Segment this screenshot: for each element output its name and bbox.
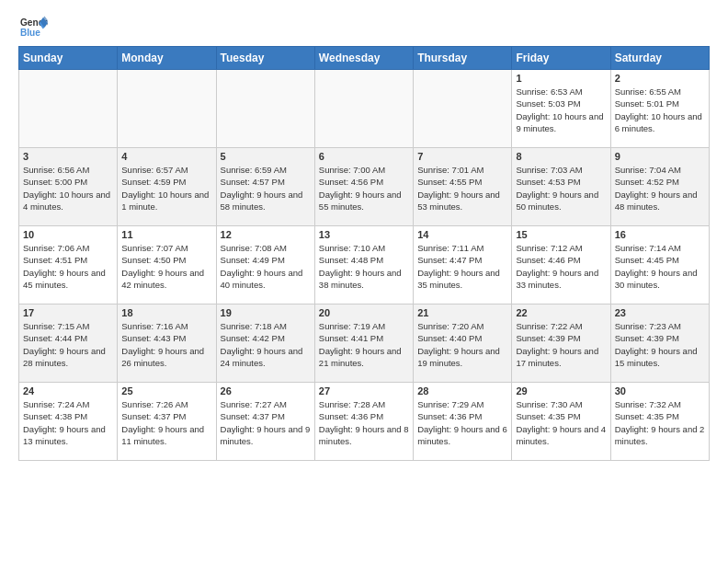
- day-number: 19: [221, 307, 311, 318]
- day-cell: 14Sunrise: 7:11 AM Sunset: 4:47 PM Dayli…: [414, 226, 512, 304]
- day-cell: 7Sunrise: 7:01 AM Sunset: 4:55 PM Daylig…: [414, 148, 512, 226]
- day-number: 25: [121, 385, 211, 396]
- day-number: 28: [417, 385, 507, 396]
- day-cell: 19Sunrise: 7:18 AM Sunset: 4:42 PM Dayli…: [216, 304, 314, 383]
- day-number: 16: [615, 229, 705, 240]
- day-number: 29: [516, 385, 606, 396]
- day-cell: 8Sunrise: 7:03 AM Sunset: 4:53 PM Daylig…: [512, 148, 610, 226]
- day-number: 3: [23, 151, 113, 162]
- day-info: Sunrise: 7:24 AM Sunset: 4:38 PM Dayligh…: [23, 398, 113, 447]
- day-info: Sunrise: 7:07 AM Sunset: 4:50 PM Dayligh…: [121, 242, 211, 291]
- day-cell: 24Sunrise: 7:24 AM Sunset: 4:38 PM Dayli…: [19, 383, 118, 461]
- day-info: Sunrise: 7:11 AM Sunset: 4:47 PM Dayligh…: [417, 242, 507, 291]
- day-info: Sunrise: 7:04 AM Sunset: 4:52 PM Dayligh…: [615, 164, 705, 213]
- week-row-2: 3Sunrise: 6:56 AM Sunset: 5:00 PM Daylig…: [19, 148, 710, 226]
- day-number: 27: [319, 385, 409, 396]
- day-number: 13: [319, 229, 409, 240]
- day-info: Sunrise: 7:30 AM Sunset: 4:35 PM Dayligh…: [516, 398, 606, 447]
- day-number: 5: [221, 151, 311, 162]
- weekday-header-friday: Friday: [512, 47, 610, 70]
- day-number: 4: [121, 151, 211, 162]
- day-cell: 1Sunrise: 6:53 AM Sunset: 5:03 PM Daylig…: [512, 70, 610, 148]
- day-cell: 18Sunrise: 7:16 AM Sunset: 4:43 PM Dayli…: [118, 304, 216, 383]
- day-number: 9: [615, 151, 705, 162]
- day-number: 11: [121, 229, 211, 240]
- day-number: 22: [516, 307, 606, 318]
- day-cell: 15Sunrise: 7:12 AM Sunset: 4:46 PM Dayli…: [512, 226, 610, 304]
- day-cell: 20Sunrise: 7:19 AM Sunset: 4:41 PM Dayli…: [314, 304, 413, 383]
- day-cell: 12Sunrise: 7:08 AM Sunset: 4:49 PM Dayli…: [216, 226, 314, 304]
- day-cell: 5Sunrise: 6:59 AM Sunset: 4:57 PM Daylig…: [216, 148, 314, 226]
- day-info: Sunrise: 7:18 AM Sunset: 4:42 PM Dayligh…: [221, 320, 311, 369]
- day-cell: 28Sunrise: 7:29 AM Sunset: 4:36 PM Dayli…: [414, 383, 512, 461]
- day-info: Sunrise: 7:32 AM Sunset: 4:35 PM Dayligh…: [615, 398, 705, 447]
- day-info: Sunrise: 6:55 AM Sunset: 5:01 PM Dayligh…: [615, 86, 705, 134]
- weekday-header-tuesday: Tuesday: [216, 47, 314, 70]
- day-info: Sunrise: 7:15 AM Sunset: 4:44 PM Dayligh…: [23, 320, 113, 369]
- day-info: Sunrise: 7:23 AM Sunset: 4:39 PM Dayligh…: [615, 320, 705, 369]
- week-row-5: 24Sunrise: 7:24 AM Sunset: 4:38 PM Dayli…: [19, 383, 710, 461]
- day-number: 6: [319, 151, 409, 162]
- day-info: Sunrise: 7:12 AM Sunset: 4:46 PM Dayligh…: [516, 242, 606, 291]
- day-cell: 4Sunrise: 6:57 AM Sunset: 4:59 PM Daylig…: [118, 148, 216, 226]
- day-number: 14: [417, 229, 507, 240]
- week-row-3: 10Sunrise: 7:06 AM Sunset: 4:51 PM Dayli…: [19, 226, 710, 304]
- day-cell: 25Sunrise: 7:26 AM Sunset: 4:37 PM Dayli…: [118, 383, 216, 461]
- day-number: 21: [417, 307, 507, 318]
- day-cell: 16Sunrise: 7:14 AM Sunset: 4:45 PM Dayli…: [610, 226, 709, 304]
- day-cell: [216, 70, 314, 148]
- day-number: 18: [121, 307, 211, 318]
- day-number: 17: [23, 307, 113, 318]
- day-number: 24: [23, 385, 113, 396]
- day-cell: 26Sunrise: 7:27 AM Sunset: 4:37 PM Dayli…: [216, 383, 314, 461]
- day-info: Sunrise: 7:20 AM Sunset: 4:40 PM Dayligh…: [417, 320, 507, 369]
- day-number: 26: [221, 385, 311, 396]
- day-cell: [414, 70, 512, 148]
- day-cell: 6Sunrise: 7:00 AM Sunset: 4:56 PM Daylig…: [314, 148, 413, 226]
- weekday-header-row: SundayMondayTuesdayWednesdayThursdayFrid…: [19, 47, 710, 70]
- day-cell: 9Sunrise: 7:04 AM Sunset: 4:52 PM Daylig…: [610, 148, 709, 226]
- day-number: 2: [615, 73, 705, 84]
- day-number: 12: [221, 229, 311, 240]
- day-info: Sunrise: 6:59 AM Sunset: 4:57 PM Dayligh…: [221, 164, 311, 213]
- day-cell: [314, 70, 413, 148]
- day-cell: 3Sunrise: 6:56 AM Sunset: 5:00 PM Daylig…: [19, 148, 118, 226]
- day-info: Sunrise: 7:29 AM Sunset: 4:36 PM Dayligh…: [417, 398, 507, 447]
- weekday-header-thursday: Thursday: [414, 47, 512, 70]
- day-cell: 13Sunrise: 7:10 AM Sunset: 4:48 PM Dayli…: [314, 226, 413, 304]
- logo: General Blue: [18, 15, 53, 40]
- day-cell: [19, 70, 118, 148]
- day-cell: 17Sunrise: 7:15 AM Sunset: 4:44 PM Dayli…: [19, 304, 118, 383]
- header-row: General Blue: [18, 15, 710, 40]
- weekday-header-sunday: Sunday: [19, 47, 118, 70]
- day-number: 1: [516, 73, 606, 84]
- weekday-header-saturday: Saturday: [610, 47, 709, 70]
- week-row-1: 1Sunrise: 6:53 AM Sunset: 5:03 PM Daylig…: [19, 70, 710, 148]
- day-cell: 22Sunrise: 7:22 AM Sunset: 4:39 PM Dayli…: [512, 304, 610, 383]
- day-info: Sunrise: 7:08 AM Sunset: 4:49 PM Dayligh…: [221, 242, 311, 291]
- day-cell: 21Sunrise: 7:20 AM Sunset: 4:40 PM Dayli…: [414, 304, 512, 383]
- day-cell: [118, 70, 216, 148]
- day-info: Sunrise: 7:19 AM Sunset: 4:41 PM Dayligh…: [319, 320, 409, 369]
- day-number: 8: [516, 151, 606, 162]
- day-info: Sunrise: 7:03 AM Sunset: 4:53 PM Dayligh…: [516, 164, 606, 213]
- svg-text:Blue: Blue: [20, 28, 40, 38]
- day-info: Sunrise: 7:06 AM Sunset: 4:51 PM Dayligh…: [23, 242, 113, 291]
- day-cell: 10Sunrise: 7:06 AM Sunset: 4:51 PM Dayli…: [19, 226, 118, 304]
- day-number: 23: [615, 307, 705, 318]
- day-info: Sunrise: 7:01 AM Sunset: 4:55 PM Dayligh…: [417, 164, 507, 213]
- weekday-header-monday: Monday: [118, 47, 216, 70]
- logo-icon: General Blue: [18, 15, 48, 40]
- day-info: Sunrise: 7:28 AM Sunset: 4:36 PM Dayligh…: [319, 398, 409, 447]
- day-info: Sunrise: 7:22 AM Sunset: 4:39 PM Dayligh…: [516, 320, 606, 369]
- weekday-header-wednesday: Wednesday: [314, 47, 413, 70]
- day-number: 7: [417, 151, 507, 162]
- day-info: Sunrise: 7:27 AM Sunset: 4:37 PM Dayligh…: [221, 398, 311, 447]
- calendar-table: SundayMondayTuesdayWednesdayThursdayFrid…: [18, 46, 710, 461]
- day-info: Sunrise: 7:26 AM Sunset: 4:37 PM Dayligh…: [121, 398, 211, 447]
- day-number: 10: [23, 229, 113, 240]
- day-cell: 2Sunrise: 6:55 AM Sunset: 5:01 PM Daylig…: [610, 70, 709, 148]
- day-cell: 23Sunrise: 7:23 AM Sunset: 4:39 PM Dayli…: [610, 304, 709, 383]
- calendar-container: General Blue SundayMondayTuesdayWednesda…: [0, 0, 728, 470]
- day-info: Sunrise: 6:57 AM Sunset: 4:59 PM Dayligh…: [121, 164, 211, 213]
